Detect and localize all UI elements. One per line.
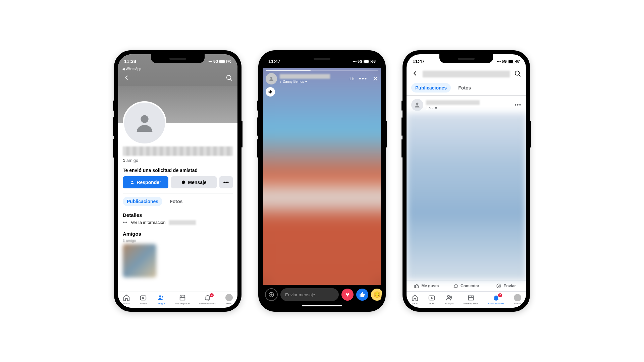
nav-marketplace[interactable]: Marketplace [464, 294, 478, 305]
friend-count[interactable]: 1 amigo [123, 158, 233, 163]
friend-request-text: Te envió una solicitud de amistad [123, 168, 233, 173]
nav-notifications[interactable]: 2Notificaciones [488, 294, 504, 305]
profile-avatar[interactable] [123, 101, 166, 145]
status-time: 11:47 [413, 59, 425, 64]
svg-point-22 [450, 296, 452, 298]
back-icon[interactable] [123, 74, 130, 83]
search-icon[interactable] [225, 74, 233, 83]
status-right: •••5G 67 [497, 59, 520, 63]
story-progress [266, 70, 378, 71]
comment-button[interactable]: Comentar [446, 281, 486, 291]
svg-point-15 [416, 103, 419, 105]
search-icon[interactable] [514, 70, 521, 78]
nav-video[interactable]: Video [140, 294, 147, 305]
post-author[interactable] [426, 100, 480, 105]
back-icon[interactable] [411, 70, 419, 78]
bottom-nav: Inicio Video Amigos Marketplace 2Notific… [407, 292, 526, 308]
story-more-icon[interactable]: ••• [359, 75, 367, 82]
bottom-nav: Inicio Video Amigos Marketplace 4Notific… [118, 292, 237, 308]
phone-feed: 11:47 •••5G 67 Publicaciones Fotos 1 h ·… [402, 50, 530, 312]
home-indicator[interactable] [302, 305, 342, 306]
tab-posts[interactable]: Publicaciones [123, 197, 162, 206]
more-button[interactable]: ••• [219, 176, 233, 188]
svg-line-14 [519, 75, 521, 76]
tab-photos[interactable]: Fotos [454, 83, 475, 93]
svg-point-3 [131, 181, 133, 182]
svg-point-21 [447, 295, 449, 297]
status-right: •••5G 70 [209, 59, 232, 63]
back-to-app[interactable]: ◀ WhatsApp [118, 67, 237, 71]
post-image[interactable] [407, 113, 526, 280]
sound-icon[interactable] [266, 87, 275, 97]
svg-point-18 [497, 284, 501, 288]
story-message-input[interactable]: Enviar mensaje... [280, 288, 339, 301]
nav-menu[interactable]: Menú [514, 294, 521, 305]
svg-marker-9 [269, 90, 270, 93]
nav-friends[interactable]: Amigos [445, 294, 454, 305]
nav-friends[interactable]: Amigos [157, 294, 166, 305]
nav-home[interactable]: Inicio [123, 294, 130, 305]
nav-video[interactable]: Video [428, 294, 435, 305]
svg-line-1 [230, 79, 232, 81]
header-name [423, 71, 510, 77]
see-info-row[interactable]: ••• Ver la información [123, 220, 233, 225]
post-avatar[interactable] [411, 99, 423, 111]
status-time: 11:47 [268, 59, 280, 64]
add-story-icon[interactable] [265, 288, 278, 301]
status-time: 11:38 [124, 59, 136, 64]
svg-point-16 [435, 107, 436, 108]
react-emoji[interactable]: 😊 [371, 289, 382, 301]
story-viewer[interactable]: ♪ Danny Berrios ▾ 1 h ••• ✕ [263, 68, 381, 285]
status-right: •••5G 68 [353, 59, 376, 63]
svg-marker-5 [143, 297, 145, 299]
svg-point-8 [270, 77, 272, 79]
nav-home[interactable]: Inicio [411, 294, 419, 305]
react-like[interactable] [356, 289, 368, 301]
post-meta: 1 h · [426, 106, 480, 110]
nav-marketplace[interactable]: Marketplace [175, 294, 190, 305]
svg-point-2 [141, 115, 148, 123]
nav-notifications[interactable]: 4Notificaciones [199, 294, 216, 305]
tab-photos[interactable]: Fotos [166, 197, 186, 206]
close-icon[interactable]: ✕ [373, 75, 378, 83]
friend-thumbnail[interactable] [123, 244, 156, 278]
svg-marker-20 [431, 297, 433, 299]
story-music[interactable]: ♪ Danny Berrios ▾ [280, 80, 346, 83]
story-username[interactable] [280, 74, 330, 79]
friends-sub: 1 amigo [123, 239, 233, 243]
react-heart[interactable]: ♥ [341, 289, 354, 301]
message-button[interactable]: Mensaje [171, 176, 217, 188]
nav-menu[interactable]: Menú [225, 294, 233, 305]
respond-button[interactable]: Responder [123, 176, 168, 188]
svg-point-7 [162, 296, 163, 298]
details-header: Detalles [123, 212, 233, 218]
friends-header: Amigos [123, 231, 233, 237]
story-time: 1 h [349, 77, 354, 81]
phone-profile: 11:38 •••5G 70 ◀ WhatsApp 1 amigo Te env… [114, 50, 241, 312]
profile-name [123, 146, 233, 156]
tab-posts[interactable]: Publicaciones [411, 83, 451, 93]
like-button[interactable]: Me gusta [407, 281, 446, 291]
cover-photo[interactable] [118, 86, 237, 123]
story-avatar[interactable] [266, 73, 277, 84]
svg-point-17 [436, 107, 437, 108]
phone-story: 11:47 •••5G 68 ♪ Danny Berrios ▾ 1 h •••… [258, 50, 386, 312]
send-button[interactable]: Enviar [486, 281, 526, 291]
post-more-icon[interactable]: ••• [515, 102, 521, 108]
svg-point-6 [159, 295, 161, 297]
